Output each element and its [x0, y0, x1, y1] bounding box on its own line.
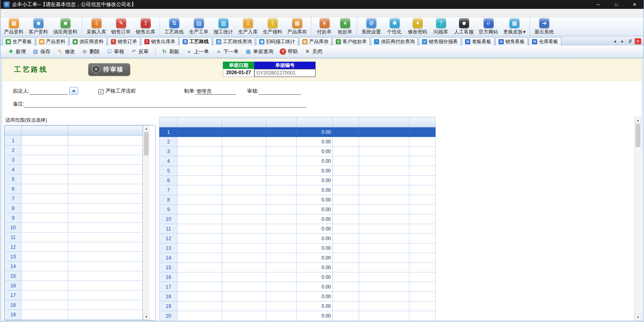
cell-order[interactable] [409, 292, 436, 301]
cell-worker[interactable] [222, 214, 266, 224]
cell-order[interactable] [409, 176, 436, 185]
cell-product-code[interactable] [22, 242, 68, 252]
menu-item[interactable] [8, 9, 17, 17]
cell-standard-hours[interactable] [266, 195, 297, 205]
process-row[interactable]: 12 0.00 [160, 234, 436, 243]
cell-remark[interactable] [359, 234, 409, 243]
action-button[interactable]: » 下一单 [212, 48, 242, 55]
scope-row-number[interactable]: 8 [5, 204, 22, 213]
menu-item[interactable] [73, 9, 81, 17]
process-row[interactable]: 16 0.00 [160, 272, 436, 282]
toolbar-button[interactable]: ☻ 客户资料 [26, 18, 51, 36]
menu-item[interactable] [0, 9, 8, 17]
cell-product-name[interactable] [68, 136, 143, 145]
cell-product-code[interactable] [22, 271, 68, 281]
cell-product-name[interactable] [68, 145, 143, 155]
process-row-number[interactable]: 4 [160, 156, 178, 166]
cell-order[interactable] [409, 205, 436, 214]
cell-product-code[interactable] [22, 136, 68, 145]
drafter-input[interactable] [29, 88, 68, 95]
scope-row-number[interactable]: 6 [5, 184, 22, 194]
process-row[interactable]: 6 0.00 [160, 176, 436, 185]
document-tab[interactable]: ▦ 产品资料 [36, 37, 69, 46]
process-row[interactable]: 8 0.00 [160, 195, 436, 205]
cell-product-name[interactable] [68, 320, 143, 321]
process-column-header[interactable] [297, 117, 333, 127]
cell-order[interactable] [409, 127, 436, 137]
document-tab[interactable]: ▣ 生产看板 [2, 37, 35, 46]
action-button[interactable]: ✚ 新增 [4, 48, 29, 55]
cell-process-name[interactable] [178, 263, 222, 272]
cell-remark[interactable] [359, 292, 409, 301]
cell-product-name[interactable] [68, 213, 143, 223]
process-row[interactable]: 5 0.00 [160, 166, 436, 176]
cell-process-name[interactable] [178, 292, 222, 301]
document-tab[interactable]: ▥ 工艺路线查询 [213, 37, 255, 46]
menu-item[interactable] [57, 9, 65, 17]
cell-product-code[interactable] [22, 204, 68, 213]
menu-item[interactable] [41, 9, 49, 17]
cell-remark[interactable] [359, 282, 409, 292]
cell-remark[interactable] [359, 272, 409, 282]
cell-over-ratio[interactable] [333, 166, 359, 176]
scope-row[interactable]: 5 [5, 175, 143, 184]
cell-product-code[interactable] [22, 165, 68, 175]
action-button[interactable]: ☑ 审核 [103, 48, 127, 55]
cell-unit-price[interactable]: 0.00 [297, 224, 333, 234]
cell-standard-hours[interactable] [266, 243, 297, 253]
cell-standard-hours[interactable] [266, 147, 297, 156]
toolbar-button[interactable]: ⇧ 生产领料 [260, 18, 285, 36]
process-row[interactable]: 2 0.00 [160, 137, 436, 147]
toolbar-button[interactable]: ▦ 更换皮肤▾ [501, 18, 530, 36]
action-button[interactable]: ↻ 刷新 [155, 48, 183, 55]
process-column-header[interactable] [333, 117, 359, 127]
cell-remark[interactable] [359, 176, 409, 185]
cell-order[interactable] [409, 253, 436, 263]
scope-row[interactable]: 3 [5, 155, 143, 165]
cell-unit-price[interactable]: 0.00 [297, 127, 333, 137]
toolbar-button[interactable]: ✎ 销售订单 [109, 18, 133, 36]
cell-worker[interactable] [222, 137, 266, 147]
cell-standard-hours[interactable] [266, 185, 297, 195]
tab-close-button[interactable]: ✕ [635, 38, 641, 44]
cell-product-name[interactable] [68, 165, 143, 175]
cell-over-ratio[interactable] [333, 311, 359, 321]
cell-product-code[interactable] [22, 175, 68, 184]
cell-process-name[interactable] [178, 301, 222, 311]
cell-order[interactable] [409, 195, 436, 205]
scope-row[interactable]: 2 [5, 145, 143, 155]
cell-standard-hours[interactable] [266, 205, 297, 214]
scope-row[interactable]: 20 [5, 320, 143, 321]
toolbar-button[interactable]: ℮ 官方网站 [476, 18, 501, 36]
process-row[interactable]: 10 0.00 [160, 214, 436, 224]
toolbar-button[interactable]: ⇧ 销售出库 [133, 18, 160, 36]
cell-over-ratio[interactable] [333, 301, 359, 311]
process-row-number[interactable]: 10 [160, 214, 178, 224]
cell-process-name[interactable] [178, 156, 222, 166]
cell-unit-price[interactable]: 0.00 [297, 292, 333, 301]
document-tab[interactable]: ✎ 销售订单 [108, 37, 140, 46]
cell-standard-hours[interactable] [266, 311, 297, 321]
toolbar-button[interactable]: ⇅ 工艺路线 [162, 18, 187, 36]
cell-product-name[interactable] [68, 184, 143, 194]
cell-standard-hours[interactable] [266, 127, 297, 137]
cell-remark[interactable] [359, 214, 409, 224]
scope-row-number[interactable]: 17 [5, 291, 22, 300]
scope-row[interactable]: 19 [5, 310, 143, 320]
cell-order[interactable] [409, 156, 436, 166]
toolbar-button[interactable]: ☻ 供应商资料 [51, 18, 82, 36]
cell-unit-price[interactable]: 0.00 [297, 282, 333, 292]
cell-product-name[interactable] [68, 204, 143, 213]
toolbar-button[interactable]: ▤ 生产工单 [187, 18, 211, 36]
cell-standard-hours[interactable] [266, 176, 297, 185]
scroll-up-icon[interactable]: ▲ [635, 117, 641, 123]
cell-standard-hours[interactable] [266, 253, 297, 263]
cell-over-ratio[interactable] [333, 195, 359, 205]
cell-over-ratio[interactable] [333, 253, 359, 263]
cell-order[interactable] [409, 272, 436, 282]
cell-product-code[interactable] [22, 310, 68, 320]
cell-order[interactable] [409, 147, 436, 156]
action-button[interactable]: ▦ 单据查询 [242, 48, 276, 55]
toolbar-button[interactable]: ⚙ 系统设置 [359, 18, 384, 36]
cell-remark[interactable] [359, 195, 409, 205]
